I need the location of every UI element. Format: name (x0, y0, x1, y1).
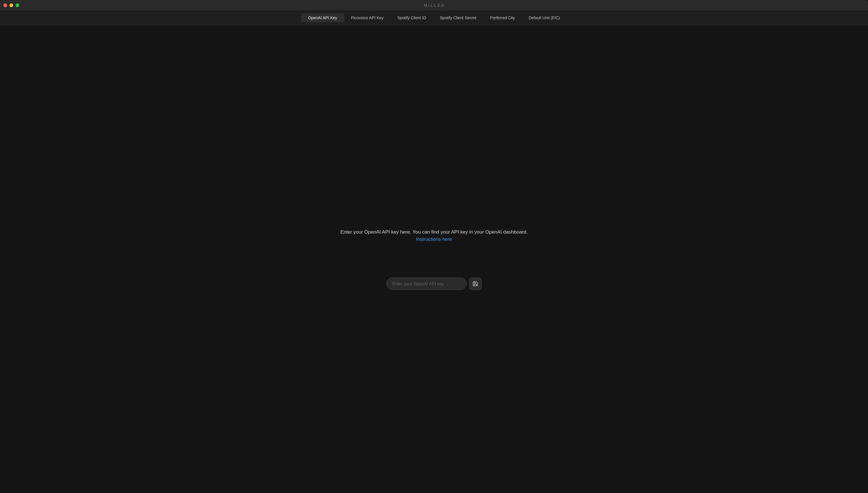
openai-api-key-input[interactable] (386, 278, 467, 290)
minimize-button[interactable] (9, 3, 13, 7)
traffic-lights (3, 3, 19, 7)
close-button[interactable] (3, 3, 7, 7)
input-row (386, 278, 482, 290)
tab-default-unit[interactable]: Default Unit (F/C) (522, 13, 567, 22)
description-text: Enter your OpenAI API key here. You can … (334, 229, 534, 243)
title-bar: M.I.L.L.E.S (0, 0, 868, 10)
window-title: M.I.L.L.E.S (424, 3, 444, 7)
tab-spotify-client-secret[interactable]: Spotify Client Secret (433, 13, 483, 22)
save-button[interactable] (469, 278, 482, 290)
nav-bar: OpenAI API Key Picovoice API Key Spotify… (0, 10, 868, 25)
instructions-link[interactable]: Instructions here (416, 236, 452, 242)
save-icon (472, 281, 478, 287)
main-content: Enter your OpenAI API key here. You can … (0, 25, 868, 493)
tab-picovoice-api-key[interactable]: Picovoice API Key (344, 13, 391, 22)
tab-openai-api-key[interactable]: OpenAI API Key (301, 13, 344, 22)
tab-spotify-client-id[interactable]: Spotify Client ID (390, 13, 433, 22)
tab-preferred-city[interactable]: Preferred City (483, 13, 522, 22)
maximize-button[interactable] (16, 3, 19, 7)
